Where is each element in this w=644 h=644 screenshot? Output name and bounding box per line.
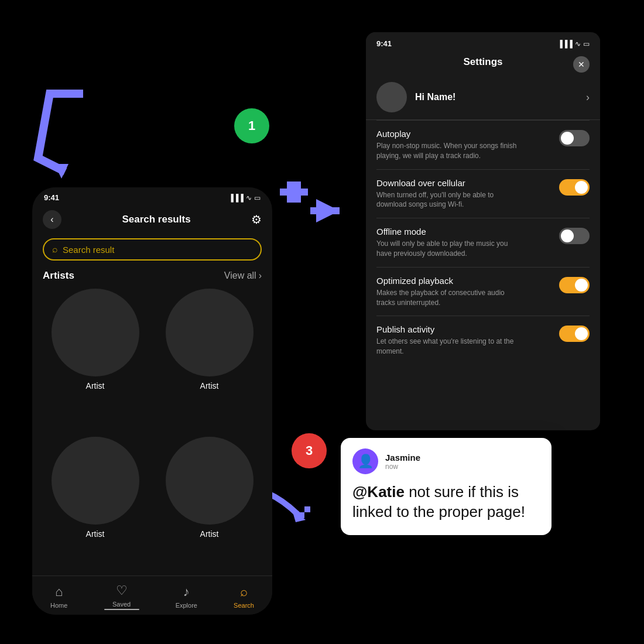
nav-saved[interactable]: ♡ Saved <box>104 583 139 610</box>
artists-grid: Artist Artist Artist Artist <box>32 289 272 576</box>
notification-time: now <box>385 463 420 471</box>
setting-optimized-desc: Makes the playback of consecutive audio … <box>376 288 517 308</box>
setting-autoplay: Autoplay Play non-stop music. When your … <box>366 121 600 169</box>
search-bar-wrapper: ⌕ Search result <box>32 235 272 268</box>
setting-publish-name: Publish activity <box>376 324 559 334</box>
battery-icon: ▭ <box>254 194 261 202</box>
settings-time: 9:41 <box>376 39 392 48</box>
setting-download-desc: When turned off, you'll only be able to … <box>376 190 517 210</box>
setting-offline-desc: You will only be able to play the music … <box>376 239 517 259</box>
offline-mode-toggle[interactable] <box>559 228 590 244</box>
artist-item-3[interactable]: Artist <box>43 437 148 576</box>
publish-activity-toggle[interactable] <box>559 326 590 342</box>
nav-search-label: Search <box>234 602 254 609</box>
nav-explore-label: Explore <box>176 602 197 609</box>
autoplay-toggle[interactable] <box>559 130 590 146</box>
notification-username: Jasmine <box>385 453 420 463</box>
notification-header: 👤 Jasmine now <box>352 448 540 474</box>
settings-title: Settings <box>463 56 502 68</box>
svg-rect-10 <box>310 207 340 214</box>
artist-item-2[interactable]: Artist <box>157 289 262 427</box>
setting-offline-mode: Offline mode You will only be able to pl… <box>366 218 600 267</box>
svg-rect-7 <box>287 196 294 203</box>
avatar-emoji: 👤 <box>358 454 374 469</box>
svg-rect-5 <box>294 189 301 196</box>
phone-title: Search results <box>122 214 190 225</box>
search-nav-icon: ⌕ <box>240 584 248 600</box>
svg-rect-6 <box>301 189 308 196</box>
artist-item-4[interactable]: Artist <box>157 437 262 576</box>
svg-rect-4 <box>287 189 294 196</box>
nav-search[interactable]: ⌕ Search <box>234 584 254 609</box>
back-button[interactable]: ‹ <box>43 210 61 229</box>
bottom-nav: ⌂ Home ♡ Saved ♪ Explore ⌕ Search <box>32 576 272 615</box>
notification-message: @Katie not sure if this is linked to the… <box>352 482 540 522</box>
search-bar[interactable]: ⌕ Search result <box>43 238 262 261</box>
search-input[interactable]: Search result <box>63 245 114 255</box>
settings-status-bar: 9:41 ▐▐▐ ∿ ▭ <box>366 32 600 53</box>
home-icon: ⌂ <box>55 584 63 600</box>
download-cellular-toggle[interactable] <box>559 179 590 196</box>
notification-mention: @Katie <box>352 483 405 501</box>
artist-name-4: Artist <box>200 529 219 539</box>
setting-autoplay-name: Autoplay <box>376 129 559 139</box>
toggle-thumb-3 <box>561 229 574 242</box>
signal-icon: ▐▐▐ <box>228 194 244 202</box>
settings-header: Settings ✕ <box>366 53 600 76</box>
setting-publish-desc: Let others see what you're listening to … <box>376 337 517 357</box>
gear-icon[interactable]: ⚙ <box>251 213 262 227</box>
badge-1: 1 <box>234 108 269 143</box>
settings-panel: 9:41 ▐▐▐ ∿ ▭ Settings ✕ Hi Name! › Autop… <box>366 32 600 430</box>
settings-signal-icon: ▐▐▐ <box>557 40 573 48</box>
artists-section-header: Artists View all › <box>32 268 272 289</box>
toggle-thumb-5 <box>575 327 588 340</box>
nav-home-label: Home <box>50 602 67 609</box>
svg-rect-2 <box>294 181 301 189</box>
setting-autoplay-desc: Play non-stop music. When your songs fin… <box>376 141 517 161</box>
notification-user-info: Jasmine now <box>385 453 420 471</box>
toggle-thumb <box>561 132 574 145</box>
svg-rect-12 <box>299 512 304 518</box>
wifi-icon: ∿ <box>246 194 252 202</box>
settings-battery-icon: ▭ <box>583 40 590 48</box>
artist-name-1: Artist <box>86 381 105 390</box>
setting-download-name: Download over cellular <box>376 178 559 188</box>
artist-name-2: Artist <box>200 381 219 390</box>
artist-avatar-4 <box>166 437 254 525</box>
chevron-right-icon: › <box>259 270 262 281</box>
notification-avatar: 👤 <box>352 448 378 474</box>
badge-3: 3 <box>292 433 327 468</box>
toggle-thumb-2 <box>575 181 588 194</box>
setting-offline-name: Offline mode <box>376 227 559 237</box>
settings-close-button[interactable]: ✕ <box>573 56 590 73</box>
profile-row[interactable]: Hi Name! › <box>366 76 600 120</box>
phone-time: 9:41 <box>44 193 59 202</box>
artist-item-1[interactable]: Artist <box>43 289 148 427</box>
setting-publish-activity: Publish activity Let others see what you… <box>366 316 600 365</box>
nav-underline <box>104 609 139 610</box>
svg-rect-8 <box>294 196 301 203</box>
nav-saved-label: Saved <box>112 601 131 608</box>
setting-download-cellular: Download over cellular When turned off, … <box>366 170 600 218</box>
artist-avatar-2 <box>166 289 254 376</box>
nav-explore[interactable]: ♪ Explore <box>176 584 197 609</box>
cursor-annotation-1 <box>275 181 351 234</box>
phone-screen: 9:41 ▐▐▐ ∿ ▭ ‹ Search results ⚙ ⌕ Search… <box>32 187 272 615</box>
artist-avatar-1 <box>52 289 139 376</box>
nav-home[interactable]: ⌂ Home <box>50 584 67 609</box>
settings-wifi-icon: ∿ <box>575 40 581 48</box>
settings-status-icons: ▐▐▐ ∿ ▭ <box>557 40 590 48</box>
profile-avatar <box>376 82 407 112</box>
close-icon: ✕ <box>578 60 585 69</box>
profile-chevron-icon: › <box>586 91 590 104</box>
phone-header: ‹ Search results ⚙ <box>32 205 272 235</box>
optimized-playback-toggle[interactable] <box>559 277 590 293</box>
svg-rect-3 <box>280 189 287 196</box>
heart-icon: ♡ <box>116 583 128 598</box>
artists-label: Artists <box>43 270 74 282</box>
music-icon: ♪ <box>183 584 190 600</box>
artist-avatar-3 <box>52 437 139 525</box>
view-all-button[interactable]: View all › <box>224 270 262 281</box>
profile-name: Hi Name! <box>415 92 578 102</box>
svg-rect-13 <box>304 506 310 512</box>
